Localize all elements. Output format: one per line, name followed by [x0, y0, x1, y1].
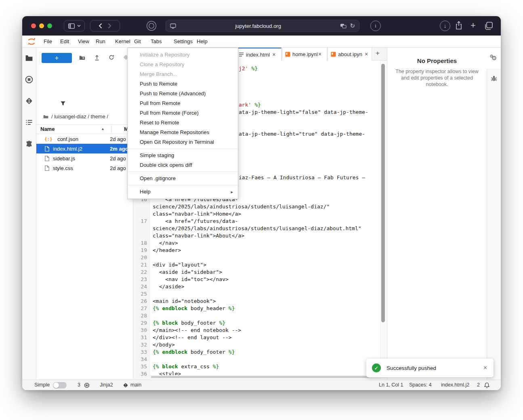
indent-setting[interactable]: Spaces: 4 — [409, 380, 432, 390]
code-line[interactable]: 21<div id="layout"> — [133, 261, 380, 269]
close-tab-icon[interactable]: × — [318, 51, 321, 57]
tab-index-html[interactable]: index.html × — [235, 48, 281, 61]
menu-item-simple-staging[interactable]: Simple staging — [128, 151, 238, 160]
filter-files-icon[interactable] — [60, 100, 66, 107]
code-line[interactable]: 27{% endblock body_header %} — [133, 305, 380, 312]
upload-icon[interactable] — [94, 54, 100, 61]
breadcrumb[interactable]: / luisangel-diaz / theme / — [43, 113, 108, 120]
sort-ascending-icon[interactable]: ▲ — [101, 127, 105, 131]
table-of-contents-tab-icon[interactable] — [25, 118, 33, 126]
kernel-chip-icon[interactable] — [84, 382, 90, 388]
extension-manager-tab-icon[interactable] — [25, 140, 33, 148]
share-button[interactable] — [455, 21, 462, 30]
forward-button[interactable] — [108, 23, 111, 29]
code-line[interactable]: 31</div><!-- end layout --> — [133, 334, 380, 341]
file-row-style-css[interactable]: style.css 2d ago — [36, 163, 133, 173]
scrollbar-thumb[interactable] — [151, 376, 369, 378]
reload-icon[interactable]: ↻ — [350, 22, 355, 29]
code-line[interactable]: class="navbar-link">Home</a> — [133, 210, 380, 218]
code-line[interactable]: science/2025/labs/aindustriosa/students/… — [133, 225, 380, 232]
bell-icon[interactable] — [484, 382, 490, 388]
file-row-conf-json[interactable]: {:} conf.json 2d ago — [36, 134, 133, 144]
code-line[interactable]: 33{% endblock body_footer %} — [133, 349, 380, 356]
sidebar-toggle-button[interactable] — [64, 20, 85, 32]
menu-item-pull-from-remote[interactable]: Pull from Remote — [128, 99, 238, 108]
new-launcher-button[interactable]: + — [42, 53, 72, 63]
add-tab-button[interactable]: + — [376, 49, 380, 57]
page-settings-icon[interactable] — [170, 23, 176, 29]
tab-home-ipynb[interactable]: home.ipynl × — [282, 48, 327, 61]
file-row-sidebar-js[interactable]: sidebar.js 2d ago — [36, 153, 133, 163]
menu-edit[interactable]: Edit — [59, 36, 71, 47]
new-folder-icon[interactable] — [79, 55, 86, 61]
notification-count[interactable]: 2 — [477, 380, 480, 390]
menu-item-reset-to-remote[interactable]: Reset to Remote — [128, 118, 238, 128]
home-folder-icon[interactable] — [43, 114, 49, 120]
code-line[interactable]: 30</main><!-- end notebook --> — [133, 327, 380, 334]
running-sessions-tab-icon[interactable] — [25, 76, 33, 84]
back-button[interactable] — [99, 23, 102, 29]
file-row-index-html-j2[interactable]: index.html.j2 2m ago — [36, 144, 133, 153]
code-line[interactable]: 18 </nav> — [133, 239, 380, 247]
close-window-button[interactable] — [31, 23, 36, 28]
downloads-button[interactable]: ↓ — [440, 21, 450, 31]
code-line[interactable]: 32</body> — [133, 341, 380, 349]
code-line[interactable]: 24 </aside> — [133, 283, 380, 290]
zoom-window-button[interactable] — [47, 23, 52, 28]
menu-kernel[interactable]: Kernel — [113, 36, 132, 47]
code-line[interactable]: 17 <a href="/futures/data- — [133, 218, 380, 225]
reader-info-button[interactable]: i — [370, 21, 381, 31]
menu-git[interactable]: Git — [132, 36, 143, 47]
code-line[interactable]: 28 — [133, 312, 380, 319]
menu-item-open-git-repository-in-terminal[interactable]: Open Git Repository in Terminal — [128, 137, 238, 147]
address-bar[interactable]: jupyter.fabcloud.org ↻ — [166, 20, 359, 32]
menu-file[interactable]: File — [42, 36, 54, 47]
tab-overview-button[interactable] — [484, 21, 493, 30]
menu-settings[interactable]: Settings — [172, 36, 194, 47]
code-line[interactable]: 25 — [133, 290, 380, 298]
close-tab-icon[interactable]: × — [365, 51, 368, 57]
code-line[interactable]: science/2025/labs/aindustriosa/students/… — [133, 203, 380, 210]
translate-icon[interactable] — [340, 23, 347, 29]
debugger-tab-icon[interactable] — [490, 75, 498, 82]
refresh-icon[interactable] — [108, 54, 115, 61]
code-line[interactable]: 35{% block extra_css %} — [133, 363, 380, 370]
language-indicator[interactable]: Jinja2 — [100, 380, 113, 390]
tab-about-ipynb[interactable]: about.ipyn × — [328, 48, 372, 61]
kernel-count[interactable]: 3 — [78, 380, 80, 390]
close-tab-icon[interactable]: × — [272, 51, 275, 58]
menu-item-double-click-opens-diff[interactable]: Double click opens diff — [128, 160, 238, 170]
menu-help[interactable]: Help — [195, 36, 209, 47]
code-line[interactable]: 19</header> — [133, 247, 380, 254]
new-tab-button[interactable]: + — [470, 20, 476, 31]
code-line[interactable]: 34 — [133, 356, 380, 363]
scrollbar-thumb[interactable] — [381, 64, 385, 322]
git-branch-name[interactable]: main — [130, 380, 141, 390]
menu-tabs[interactable]: Tabs — [149, 36, 163, 47]
menu-item-push-to-remote[interactable]: Push to Remote — [128, 79, 238, 89]
menu-item-manage-remote-repositories[interactable]: Manage Remote Repositories — [128, 128, 238, 137]
code-line[interactable]: 20 — [133, 254, 380, 261]
code-line[interactable]: 22 <aside id="sidebar"> — [133, 269, 380, 276]
notification-toast[interactable]: ✓ Successfully pushed × — [366, 359, 494, 377]
editor-vertical-scrollbar[interactable] — [380, 61, 385, 379]
privacy-report-button[interactable] — [146, 21, 157, 31]
close-notification-icon[interactable]: × — [483, 364, 487, 372]
menu-item-push-to-remote-advanced[interactable]: Push to Remote (Advanced) — [128, 89, 238, 99]
column-name[interactable]: Name — [40, 126, 55, 132]
menu-run[interactable]: Run — [94, 36, 107, 47]
property-inspector-tab-icon[interactable]: ⚙⚙ — [489, 54, 497, 62]
current-file-name[interactable]: index.html.j2 — [441, 380, 469, 390]
code-line[interactable]: 29{% block body_footer %} — [133, 319, 380, 327]
git-tab-icon[interactable] — [25, 97, 33, 105]
file-browser-tab-icon[interactable] — [25, 54, 33, 62]
code-line[interactable]: 26<main id="notebook"> — [133, 298, 380, 305]
menu-item-pull-from-remote-force[interactable]: Pull from Remote (Force) — [128, 108, 238, 118]
menu-item-open-gitignore[interactable]: Open .gitignore — [128, 174, 238, 183]
menu-item-help[interactable]: Help ▸ — [128, 187, 238, 197]
menu-view[interactable]: View — [76, 36, 91, 47]
code-line[interactable]: class="navbar-link">About</a> — [133, 232, 380, 239]
cursor-position[interactable]: Ln 1, Col 1 — [379, 380, 403, 390]
minimize-window-button[interactable] — [39, 23, 44, 28]
simple-mode-toggle[interactable] — [53, 382, 67, 388]
